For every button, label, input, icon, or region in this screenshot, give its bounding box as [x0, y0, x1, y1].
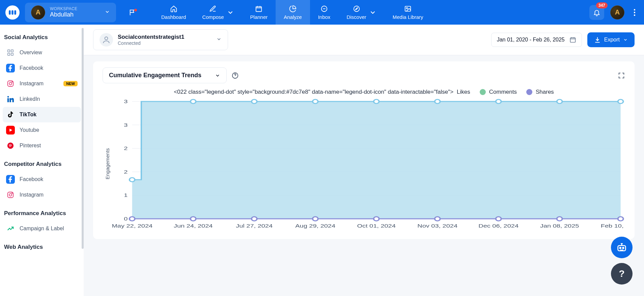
chart-title: Cumulative Engagement Trends [109, 72, 201, 79]
svg-point-71 [313, 217, 318, 221]
sidebar-heading-social: Social Analytics [3, 31, 81, 45]
sidebar-item-label: Instagram [20, 81, 44, 87]
svg-point-72 [374, 217, 379, 221]
chart-legend: <022 class="legend-dot" style="backgroun… [103, 89, 625, 95]
account-avatar [100, 33, 113, 47]
workspace-label: WORKSPACE [50, 6, 78, 11]
user-icon [102, 35, 111, 44]
chevron-down-icon [369, 9, 376, 16]
svg-point-10 [634, 11, 635, 13]
sidebar-item-competitor-instagram[interactable]: Instagram [3, 187, 81, 203]
sidebar-item-youtube[interactable]: Youtube [3, 122, 81, 138]
help-button[interactable]: ? [611, 263, 633, 285]
svg-text:3: 3 [124, 122, 128, 128]
nav-label: Discover [346, 14, 366, 20]
chart-card: Cumulative Engagement Trends <022 class=… [93, 61, 635, 239]
svg-rect-1 [11, 10, 13, 14]
chevron-down-icon [623, 37, 628, 42]
account-selector[interactable]: Socialcontentstrategist1 Connected [93, 29, 228, 50]
sidebar-item-instagram[interactable]: Instagram NEW [3, 76, 81, 91]
svg-text:2: 2 [124, 146, 128, 151]
date-range-text: Jan 01, 2020 - Feb 26, 2025 [497, 37, 565, 43]
chevron-down-icon [105, 9, 110, 16]
facebook-icon [6, 64, 15, 72]
legend-item-likes[interactable]: <022 class="legend-dot" style="backgroun… [174, 89, 470, 95]
svg-text:Feb 10, 2025: Feb 10, 2025 [601, 223, 625, 229]
more-menu-button[interactable] [631, 9, 639, 16]
svg-text:2: 2 [124, 169, 128, 175]
svg-text:Aug 29, 2024: Aug 29, 2024 [295, 223, 335, 229]
svg-rect-19 [7, 98, 9, 102]
svg-text:Dec 06, 2024: Dec 06, 2024 [478, 223, 519, 229]
help-icon[interactable] [231, 72, 239, 79]
nav-compose[interactable]: Compose [194, 0, 242, 25]
user-avatar[interactable]: A [610, 5, 624, 20]
svg-point-68 [130, 217, 135, 221]
y-axis-label: Engagements [103, 98, 112, 230]
chat-bot-button[interactable] [611, 237, 633, 258]
linkedin-icon [6, 95, 15, 103]
sidebar-item-competitor-facebook[interactable]: Facebook [3, 172, 81, 187]
nav-planner[interactable]: Planner [242, 0, 276, 25]
svg-point-52 [252, 99, 257, 103]
svg-marker-21 [9, 128, 12, 131]
legend-item-comments[interactable]: Comments [480, 89, 517, 95]
calendar-icon [255, 5, 262, 12]
sidebar-item-facebook[interactable]: Facebook [3, 60, 81, 76]
nav-media-library[interactable]: Media Library [385, 0, 431, 25]
svg-text:3: 3 [124, 98, 128, 104]
svg-rect-27 [570, 38, 575, 42]
svg-marker-6 [355, 7, 358, 10]
sidebar-heading-performance: Performance Analytics [3, 207, 81, 221]
app-logo[interactable] [5, 5, 20, 20]
nav-discover[interactable]: Discover [338, 0, 384, 25]
flag-indicator-dot [134, 9, 137, 11]
legend-item-shares[interactable]: Shares [526, 89, 554, 95]
robot-icon [616, 242, 627, 253]
youtube-icon [6, 126, 15, 135]
new-badge: NEW [63, 81, 78, 86]
svg-text:May 22, 2024: May 22, 2024 [112, 223, 152, 229]
sidebar-item-label: Campaign & Label [20, 226, 64, 232]
svg-rect-14 [8, 53, 10, 55]
sidebar-item-label: Overview [20, 50, 42, 56]
account-status: Connected [118, 40, 184, 46]
date-range-picker[interactable]: Jan 01, 2020 - Feb 26, 2025 [491, 33, 582, 47]
chevron-down-icon [227, 9, 234, 16]
svg-point-75 [557, 217, 562, 221]
facebook-icon [6, 175, 15, 184]
flag-button[interactable] [125, 5, 140, 20]
nav-analyze[interactable]: Analyze [276, 0, 310, 25]
sidebar-item-pinterest[interactable]: Pinterest [3, 138, 81, 153]
export-button[interactable]: Export [587, 32, 635, 47]
svg-point-26 [105, 37, 108, 40]
workspace-switcher[interactable]: A WORKSPACE Abdullah [25, 3, 116, 22]
svg-point-78 [620, 247, 621, 249]
svg-point-57 [557, 99, 562, 103]
nav-dashboard[interactable]: Dashboard [153, 0, 194, 25]
edit-icon [209, 5, 217, 12]
sidebar-item-overview[interactable]: Overview [3, 45, 81, 60]
export-label: Export [604, 37, 620, 43]
chevron-down-icon [216, 36, 222, 43]
expand-icon[interactable] [618, 72, 625, 79]
svg-rect-13 [11, 50, 13, 52]
nav-label: Analyze [284, 14, 302, 20]
nav-inbox[interactable]: Inbox [310, 0, 339, 25]
svg-text:Oct 01, 2024: Oct 01, 2024 [357, 223, 396, 229]
chart-type-dropdown[interactable]: Cumulative Engagement Trends [103, 67, 227, 83]
main-header: Socialcontentstrategist1 Connected Jan 0… [84, 25, 644, 55]
sidebar-item-linkedin[interactable]: LinkedIn [3, 91, 81, 107]
bell-icon [593, 9, 600, 16]
sidebar-heading-web: Web Analytics [3, 241, 81, 255]
notifications-button[interactable]: 347 [589, 5, 604, 20]
sidebar-item-campaign[interactable]: Campaign & Label [3, 221, 81, 236]
sidebar-item-tiktok[interactable]: TikTok [3, 107, 81, 122]
grid-icon [6, 48, 15, 57]
svg-rect-3 [256, 6, 262, 11]
calendar-icon [569, 36, 576, 43]
svg-text:Jun 24, 2024: Jun 24, 2024 [174, 223, 213, 229]
nav-label: Media Library [393, 14, 423, 20]
sidebar-item-label: TikTok [20, 112, 36, 118]
svg-point-20 [7, 96, 9, 98]
